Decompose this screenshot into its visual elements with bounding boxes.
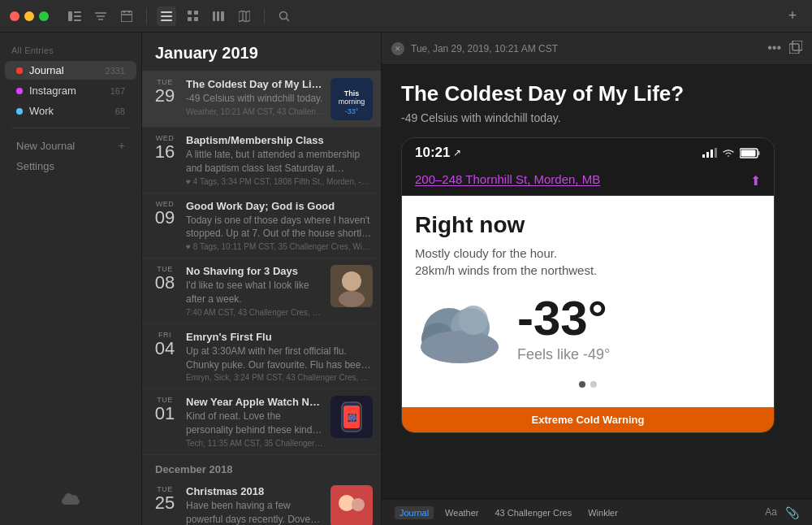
- close-button[interactable]: [10, 11, 19, 21]
- map-view-icon[interactable]: [235, 7, 254, 26]
- detail-close-button[interactable]: ✕: [391, 42, 404, 55]
- phone-status-bar: 10:21 ↗: [402, 138, 774, 167]
- footer-tag-city[interactable]: Winkler: [583, 506, 623, 519]
- share-icon[interactable]: ⬆: [750, 173, 761, 189]
- sidebar-divider: [11, 128, 130, 128]
- work-dot: [16, 108, 23, 115]
- entry-item-jan01[interactable]: TUE 01 New Year Apple Watch Notification…: [142, 389, 381, 455]
- entry-thumb-jan08: [330, 265, 373, 307]
- entry-item-jan09[interactable]: WED 09 Good Work Day; God is Good Today …: [142, 193, 381, 259]
- footer-tag-location[interactable]: 43 Challenger Cres: [490, 506, 577, 519]
- entry-date-jan29: TUE 29: [150, 78, 179, 106]
- phone-weather-content: Right now Mostly cloudy for the hour.28k…: [402, 196, 774, 407]
- maximize-button[interactable]: [39, 11, 49, 21]
- phone-time: 10:21: [415, 145, 450, 161]
- traffic-lights: [10, 11, 49, 21]
- detail-footer: Journal Weather 43 Challenger Cres Winkl…: [382, 499, 812, 525]
- entry-content-dec25: Christmas 2018 Have been having a few po…: [186, 485, 324, 525]
- search-icon[interactable]: [274, 7, 294, 26]
- sidebar-item-journal[interactable]: Journal 2331: [5, 61, 136, 80]
- phone-arrow-icon: ↗: [453, 147, 461, 158]
- entry-item-jan16[interactable]: WED 16 Baptism/Membership Class A little…: [142, 128, 381, 193]
- phone-time-display: 10:21 ↗: [415, 145, 461, 161]
- entry-preview-dec25: Have been having a few powerful days rec…: [186, 499, 324, 525]
- entry-preview-jan04: Up at 3:30AM with her first official flu…: [186, 345, 373, 372]
- svg-line-25: [287, 18, 290, 21]
- entry-day-jan01: 01: [155, 404, 175, 423]
- detail-copy-icon[interactable]: [789, 41, 802, 57]
- wifi-icon: [722, 148, 735, 158]
- feels-like-value: Feels like -49°: [517, 346, 610, 363]
- svg-text:morning: morning: [339, 98, 365, 106]
- entry-item-jan04[interactable]: FRI 04 Emryn's First Flu Up at 3:30AM wi…: [142, 324, 381, 390]
- entry-title-jan09: Good Work Day; God is Good: [186, 200, 373, 212]
- battery-icon: [740, 148, 761, 158]
- detail-scroll[interactable]: The Coldest Day of My Life? -49 Celsius …: [382, 65, 812, 499]
- svg-point-56: [421, 331, 499, 363]
- temperature-value: -33°: [517, 294, 610, 343]
- footer-tag-journal[interactable]: Journal: [395, 506, 434, 519]
- entry-day-jan04: 04: [155, 339, 175, 358]
- entry-title-jan29: The Coldest Day of My Life?: [186, 78, 324, 90]
- dot-1: [579, 381, 585, 388]
- detail-subtitle: -49 Celsius with windchill today.: [401, 111, 793, 124]
- entry-date-jan09: WED 09: [150, 200, 179, 228]
- entry-day-dec25: 25: [155, 493, 175, 513]
- phone-address-bar: ⬆ 200–248 Thornhill St, Morden, MB: [402, 167, 774, 196]
- new-journal-label: New Journal: [16, 140, 75, 152]
- phone-mockup: 10:21 ↗: [401, 137, 775, 433]
- entry-item-dec25[interactable]: TUE 25 Christmas 2018 Have been having a…: [142, 479, 381, 525]
- entry-date-jan04: FRI 04: [150, 331, 179, 358]
- svg-point-32: [339, 291, 365, 307]
- font-size-icon[interactable]: Aa: [765, 506, 777, 519]
- detail-actions: •••: [767, 41, 802, 57]
- footer-tag-weather[interactable]: Weather: [440, 506, 483, 519]
- calendar-icon[interactable]: [117, 7, 136, 26]
- column-view-icon[interactable]: [209, 7, 228, 26]
- minimize-button[interactable]: [24, 11, 34, 21]
- entry-preview-jan29: -49 Celsius with windchill today.: [186, 92, 324, 106]
- svg-point-24: [280, 11, 287, 19]
- sidebar-item-settings[interactable]: Settings: [5, 157, 136, 176]
- detail-toolbar: ✕ Tue, Jan 29, 2019, 10:21 AM CST •••: [382, 33, 812, 65]
- sidebar-all-entries-label[interactable]: All Entries: [0, 42, 141, 60]
- entry-list-scroll[interactable]: TUE 29 The Coldest Day of My Life? -49 C…: [142, 72, 381, 525]
- svg-rect-47: [706, 152, 709, 158]
- phone-address-text[interactable]: 200–248 Thornhill St, Morden, MB: [415, 172, 600, 186]
- svg-rect-2: [74, 15, 81, 17]
- entry-date-jan08: TUE 08: [150, 265, 179, 293]
- entry-title-dec25: Christmas 2018: [186, 485, 324, 497]
- filter-icon[interactable]: [91, 7, 110, 26]
- detail-more-icon[interactable]: •••: [767, 41, 781, 57]
- entry-preview-jan08: I'd like to see what I look like after a…: [186, 279, 324, 306]
- entry-day-jan09: 09: [155, 208, 175, 228]
- list-view-icon[interactable]: [157, 7, 176, 26]
- grid-view-icon[interactable]: [183, 7, 202, 26]
- svg-point-57: [459, 306, 488, 335]
- svg-rect-18: [213, 11, 215, 21]
- journal-dot: [16, 67, 23, 74]
- svg-text:This: This: [344, 89, 360, 98]
- entry-content-jan16: Baptism/Membership Class A little late, …: [186, 134, 373, 186]
- svg-rect-19: [217, 11, 219, 21]
- sidebar-item-new-journal[interactable]: New Journal +: [5, 136, 136, 155]
- entry-item-jan29[interactable]: TUE 29 The Coldest Day of My Life? -49 C…: [142, 72, 381, 128]
- instagram-dot: [16, 88, 23, 94]
- svg-point-31: [342, 271, 361, 291]
- attach-icon[interactable]: 📎: [785, 506, 799, 519]
- new-entry-button[interactable]: +: [783, 7, 802, 26]
- entry-item-jan08[interactable]: TUE 08 No Shaving for 3 Days I'd like to…: [142, 258, 381, 324]
- entry-title-jan08: No Shaving for 3 Days: [186, 265, 324, 277]
- entry-content-jan08: No Shaving for 3 Days I'd like to see wh…: [186, 265, 324, 317]
- sidebar-item-instagram[interactable]: Instagram 167: [5, 81, 136, 100]
- temp-display: -33° Feels like -49°: [517, 294, 610, 363]
- svg-rect-20: [221, 11, 224, 21]
- sidebar-toggle-icon[interactable]: [65, 7, 84, 26]
- work-label: Work: [29, 105, 115, 117]
- detail-date-label: Tue, Jan 29, 2019, 10:21 AM CST: [411, 43, 761, 54]
- entry-date-dec25: TUE 25: [150, 485, 179, 513]
- toolbar-right: +: [783, 7, 802, 26]
- sidebar-item-work[interactable]: Work 68: [5, 102, 136, 120]
- entry-thumb-dec25: [330, 485, 373, 525]
- carousel-dots: [415, 375, 761, 394]
